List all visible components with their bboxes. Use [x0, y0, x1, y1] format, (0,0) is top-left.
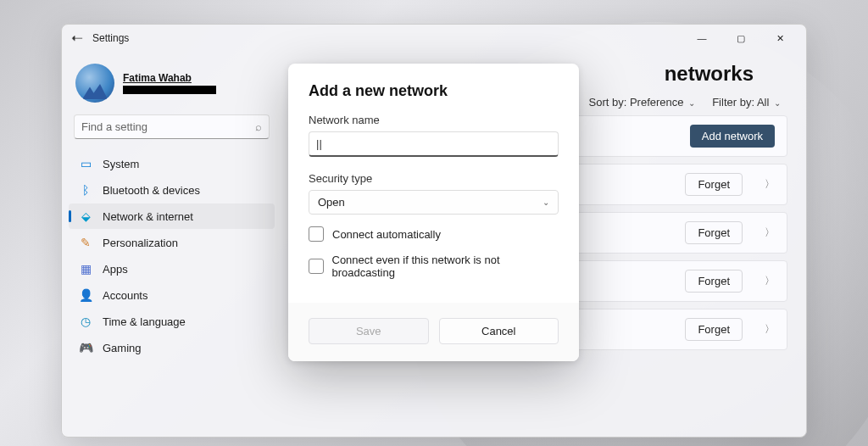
sort-by[interactable]: Sort by: Preference ⌄: [589, 96, 696, 109]
chevron-right-icon: 〉: [765, 177, 775, 192]
add-network-button[interactable]: Add network: [690, 125, 775, 148]
profile-block[interactable]: Fatima Wahab: [69, 59, 275, 114]
dialog-title: Add a new network: [309, 82, 559, 100]
security-type-value: Open: [318, 196, 345, 209]
connect-auto-checkbox[interactable]: [309, 226, 324, 242]
chevron-right-icon: 〉: [765, 322, 775, 337]
close-button[interactable]: ✕: [760, 25, 799, 52]
gamepad-icon: 🎮: [79, 341, 92, 354]
add-network-dialog: Add a new network Network name | Securit…: [288, 64, 579, 361]
maximize-button[interactable]: ▢: [721, 25, 760, 52]
apps-icon: ▦: [79, 262, 92, 276]
sidebar-item-system[interactable]: ▭ System: [69, 151, 275, 176]
connect-auto-label: Connect automatically: [332, 228, 441, 241]
connect-auto-row[interactable]: Connect automatically: [309, 226, 559, 242]
profile-email-redacted: [123, 86, 216, 94]
connect-hidden-label: Connect even if this network is not broa…: [332, 254, 559, 279]
avatar: [75, 64, 114, 103]
forget-button[interactable]: Forget: [685, 173, 743, 196]
person-icon: 👤: [79, 288, 92, 302]
chevron-right-icon: 〉: [765, 274, 775, 288]
sidebar-item-accounts[interactable]: 👤 Accounts: [69, 282, 275, 308]
sidebar-item-bluetooth[interactable]: ᛒ Bluetooth & devices: [69, 177, 275, 203]
forget-button[interactable]: Forget: [685, 270, 743, 293]
titlebar: 🠐 Settings — ▢ ✕: [62, 25, 806, 52]
filter-by[interactable]: Filter by: All ⌄: [712, 96, 781, 109]
security-type-label: Security type: [309, 172, 559, 185]
sidebar-item-apps[interactable]: ▦ Apps: [69, 256, 275, 282]
chevron-down-icon: ⌄: [542, 198, 549, 207]
search-icon: ⌕: [255, 120, 262, 133]
cancel-button[interactable]: Cancel: [439, 318, 559, 344]
sidebar-item-network[interactable]: ⬙ Network & internet: [69, 203, 275, 229]
sidebar: Fatima Wahab Find a setting ⌕ ▭ System ᛒ…: [62, 52, 278, 437]
network-name-input[interactable]: |: [309, 131, 559, 157]
connect-hidden-row[interactable]: Connect even if this network is not broa…: [309, 254, 559, 279]
bluetooth-icon: ᛒ: [79, 183, 92, 197]
save-button[interactable]: Save: [309, 318, 429, 344]
search-placeholder: Find a setting: [81, 120, 255, 133]
minimize-button[interactable]: —: [682, 25, 721, 52]
sidebar-item-gaming[interactable]: 🎮 Gaming: [69, 335, 275, 360]
forget-button[interactable]: Forget: [685, 318, 743, 341]
brush-icon: ✎: [79, 236, 92, 249]
back-button[interactable]: 🠐: [69, 31, 86, 45]
security-type-select[interactable]: Open ⌄: [309, 190, 559, 215]
profile-name: Fatima Wahab: [123, 72, 216, 84]
globe-icon: ◷: [79, 315, 92, 328]
chevron-right-icon: 〉: [765, 226, 775, 240]
monitor-icon: ▭: [79, 157, 92, 170]
window-title: Settings: [92, 32, 129, 44]
search-input[interactable]: Find a setting ⌕: [74, 114, 270, 139]
chevron-down-icon: ⌄: [688, 98, 695, 108]
network-name-label: Network name: [309, 114, 559, 126]
wifi-icon: ⬙: [79, 209, 92, 223]
chevron-down-icon: ⌄: [774, 98, 781, 108]
sidebar-item-time[interactable]: ◷ Time & language: [69, 309, 275, 334]
connect-hidden-checkbox[interactable]: [309, 259, 324, 274]
forget-button[interactable]: Forget: [685, 221, 743, 244]
sidebar-item-personalization[interactable]: ✎ Personalization: [69, 230, 275, 255]
